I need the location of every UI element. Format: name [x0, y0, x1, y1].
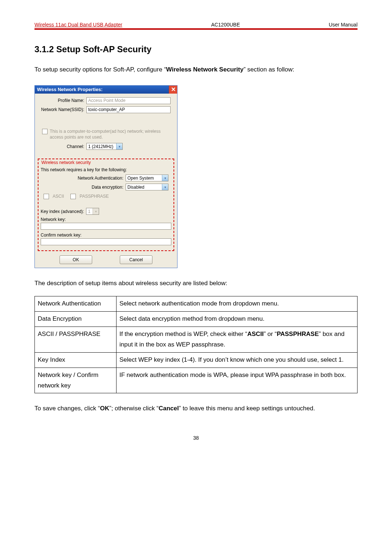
- dialog-titlebar: Wireless Network Properties: ✕: [35, 86, 177, 94]
- key-index-select: 1 ▾: [86, 208, 99, 215]
- encryption-value: Disabled: [126, 185, 162, 190]
- table-intro: The description of setup items about wir…: [34, 278, 358, 289]
- ssid-label: Network Name(SSID):: [38, 107, 86, 112]
- cell: Data Encryption: [35, 312, 117, 327]
- passphrase-label: PASSPHRASE: [79, 194, 109, 199]
- auth-select[interactable]: Open System ▾: [126, 175, 168, 181]
- dialog-body: Profile Name: Access Point Mode Network …: [35, 94, 177, 268]
- ascii-label: ASCII: [53, 194, 64, 199]
- dialog-title-text: Wireless Network Properties:: [37, 87, 169, 92]
- chevron-down-icon: ▾: [162, 175, 168, 181]
- cell: Key Index: [35, 352, 117, 368]
- wireless-properties-dialog: Wireless Network Properties: ✕ Profile N…: [34, 85, 177, 268]
- t: If the encryption method is WEP, check e…: [119, 331, 247, 337]
- t: ” to leave this menu and keep settings u…: [179, 405, 315, 412]
- cell: Network Authentication: [35, 296, 117, 312]
- encryption-label: Data encryption:: [41, 185, 126, 190]
- confirm-key-field[interactable]: [41, 238, 171, 245]
- ascii-checkbox[interactable]: [44, 194, 49, 199]
- network-key-label: Network key:: [41, 217, 171, 222]
- t: ”; otherwise click “: [109, 405, 159, 412]
- intro-text-pre: To setup security options for Soft-AP, c…: [34, 66, 166, 73]
- cell: If the encryption method is WEP, check e…: [117, 327, 358, 352]
- t: ASCII: [247, 331, 264, 337]
- doc-header: Wireless 11ac Dual Band USB Adapter AC12…: [34, 22, 358, 30]
- t: PASSPHRASE: [277, 331, 319, 337]
- auth-value: Open System: [126, 176, 162, 181]
- intro-paragraph: To setup security options for Soft-AP, c…: [34, 65, 358, 75]
- adhoc-text: This is a computer-to-computer(ad hoc) n…: [50, 128, 174, 140]
- description-table: Network Authentication Select network au…: [34, 296, 358, 393]
- doc-header-center: AC1200UBE: [122, 22, 329, 28]
- adhoc-checkbox[interactable]: [42, 129, 48, 134]
- encryption-select[interactable]: Disabled ▾: [126, 184, 168, 190]
- cell: Select network authentication mode from …: [117, 296, 358, 312]
- channel-select[interactable]: 1 (2412MHz) ▾: [86, 143, 123, 150]
- page-number: 38: [34, 435, 358, 441]
- cell: Select data encryption method from dropd…: [117, 312, 358, 327]
- chevron-down-icon: ▾: [93, 208, 99, 214]
- close-icon[interactable]: ✕: [169, 86, 177, 94]
- cancel-button[interactable]: Cancel: [120, 255, 152, 264]
- doc-header-right: User Manual: [329, 22, 358, 28]
- security-section: Wireless network security This network r…: [38, 159, 174, 251]
- cell: Network key / Confirm network key: [35, 368, 117, 393]
- chevron-down-icon: ▾: [116, 143, 122, 149]
- table-row: Network key / Confirm network key IF net…: [35, 368, 358, 393]
- auth-label: Network Authentication:: [41, 176, 126, 181]
- intro-text-bold: Wireless Network Security: [166, 66, 244, 73]
- t: Cancel: [159, 405, 179, 412]
- key-index-label: Key index (advanced):: [41, 209, 86, 214]
- table-row: Key Index Select WEP key index (1-4). If…: [35, 352, 358, 368]
- cell: IF network authentication mode is WPA, p…: [117, 368, 358, 393]
- cell: Select WEP key index (1-4). If you don’t…: [117, 352, 358, 368]
- t: OK: [100, 405, 109, 412]
- confirm-key-label: Confirm network key:: [41, 233, 171, 238]
- profile-name-field: Access Point Mode: [86, 97, 171, 104]
- passphrase-checkbox[interactable]: [70, 194, 76, 199]
- channel-label: Channel:: [38, 144, 86, 149]
- network-key-field[interactable]: [41, 223, 171, 230]
- security-legend: Wireless network security: [41, 160, 91, 165]
- footer-paragraph: To save changes, click “OK”; otherwise c…: [34, 403, 358, 414]
- profile-name-label: Profile Name:: [38, 98, 86, 103]
- section-title: 3.1.2 Setup Soft-AP Security: [34, 44, 358, 54]
- channel-value: 1 (2412MHz): [87, 144, 116, 149]
- table-row: Network Authentication Select network au…: [35, 296, 358, 312]
- intro-text-post: ” section as follow:: [244, 66, 294, 73]
- ssid-field[interactable]: toxic-computer_AP: [86, 106, 171, 113]
- ok-button[interactable]: OK: [60, 255, 92, 264]
- t: To save changes, click “: [34, 405, 100, 412]
- doc-header-left: Wireless 11ac Dual Band USB Adapter: [34, 22, 122, 28]
- cell: ASCII / PASSPHRASE: [35, 327, 117, 352]
- table-row: Data Encryption Select data encryption m…: [35, 312, 358, 327]
- t: ” or “: [264, 331, 277, 337]
- key-index-value: 1: [86, 209, 93, 214]
- table-row: ASCII / PASSPHRASE If the encryption met…: [35, 327, 358, 352]
- security-text: This network requires a key for the foll…: [41, 167, 171, 172]
- chevron-down-icon: ▾: [162, 184, 168, 190]
